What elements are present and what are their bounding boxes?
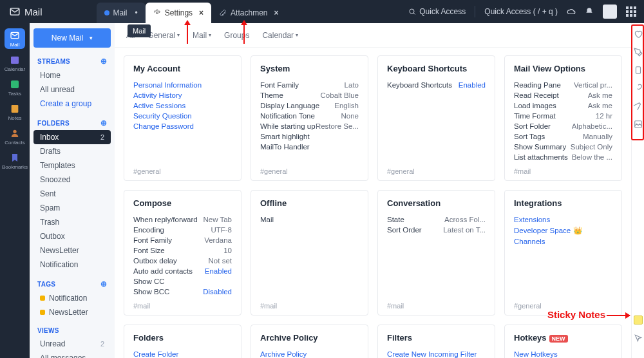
new-mail-button[interactable]: New Mail▾ [33, 28, 111, 48]
avatar[interactable] [603, 5, 617, 19]
card-link[interactable]: New Hotkeys [514, 349, 612, 358]
brush-icon[interactable] [634, 102, 643, 111]
add-stream-icon[interactable]: ⊕ [100, 57, 107, 66]
setting-row[interactable]: Notification ToneNone [260, 111, 359, 121]
rail-mail[interactable]: Mail [5, 28, 25, 49]
sidebar-tag-newsletter[interactable]: NewsLetter [33, 305, 111, 319]
setting-row[interactable]: Auto add contactsEnabled [133, 266, 232, 276]
settings-card[interactable]: Mail View OptionsReading PaneVertical pr… [504, 55, 622, 181]
setting-row[interactable]: Read ReceiptAsk me [514, 90, 612, 100]
card-link[interactable]: Active Sessions [133, 100, 232, 111]
subnav-general[interactable]: General▾ [147, 31, 180, 40]
sidebar-tag-notification[interactable]: Notification [33, 291, 111, 305]
sidebar-item-templates[interactable]: Templates [33, 158, 111, 173]
setting-row[interactable]: When reply/forwardNew Tab [133, 214, 232, 225]
sidebar-item-outbox[interactable]: Outbox [33, 229, 111, 243]
subnav-calendar[interactable]: Calendar▾ [262, 31, 298, 40]
rail-notes[interactable]: Notes [5, 102, 25, 122]
setting-row[interactable]: Mail [260, 214, 359, 225]
setting-row[interactable]: ThemeCobalt Blue [260, 90, 359, 100]
rail-contacts[interactable]: Contacts [5, 126, 25, 147]
setting-row[interactable]: Sort OrderLatest on T... [387, 225, 486, 235]
settings-card[interactable]: OfflineMail#mail [251, 190, 368, 316]
card-link[interactable]: Create Folder [133, 349, 232, 358]
sidebar-item-drafts[interactable]: Drafts [33, 144, 111, 158]
setting-row[interactable]: Load imagesAsk me [514, 100, 612, 111]
tab-settings[interactable]: Settings × [146, 3, 211, 23]
sticky-note-icon[interactable] [634, 316, 643, 325]
card-link[interactable]: Security Question [133, 111, 232, 121]
cloud-icon[interactable] [567, 7, 576, 16]
setting-row[interactable]: While starting upRestore Se... [260, 121, 359, 131]
setting-row[interactable]: Sort TagsManually [514, 131, 612, 142]
card-link[interactable]: Create New Incoming Filter [387, 349, 486, 358]
sidebar-item-home[interactable]: Home [33, 68, 111, 82]
sidebar-item-spam[interactable]: Spam [33, 201, 111, 215]
close-icon[interactable]: × [274, 8, 278, 17]
pen-icon[interactable] [634, 48, 643, 57]
settings-card[interactable]: SystemFont FamilyLatoThemeCobalt BlueDis… [251, 55, 368, 181]
settings-card[interactable]: HotkeysNEWNew Hotkeys#mail [504, 325, 622, 358]
card-link[interactable]: Activity History [133, 90, 232, 100]
setting-row[interactable]: Display LanguageEnglish [260, 100, 359, 111]
setting-row[interactable]: Font FamilyVerdana [133, 235, 232, 245]
settings-card[interactable]: ComposeWhen reply/forwardNew TabEncoding… [124, 190, 242, 316]
settings-card[interactable]: Keyboard ShortcutsKeyboard ShortcutsEnab… [377, 55, 495, 181]
settings-card[interactable]: My AccountPersonal InformationActivity H… [124, 55, 242, 181]
setting-row[interactable]: Sort FolderAlphabetic... [514, 121, 612, 131]
settings-card[interactable]: Archive PolicyArchive Policy#mail [251, 325, 368, 358]
tab-mail[interactable]: Mail • [97, 3, 146, 23]
add-tag-icon[interactable]: ⊕ [100, 279, 107, 288]
rail-bookmarks[interactable]: Bookmarks [5, 151, 25, 171]
card-link[interactable]: Archive Policy [260, 349, 359, 358]
card-link[interactable]: Channels [514, 236, 612, 247]
sidebar-item-newsletter[interactable]: NewsLetter [33, 243, 111, 258]
card-link[interactable]: Personal Information [133, 80, 232, 90]
add-folder-icon[interactable]: ⊕ [100, 118, 107, 127]
setting-row[interactable]: MailTo Handler [260, 142, 359, 152]
settings-card[interactable]: ConversationStateAcross Fol...Sort Order… [377, 190, 495, 316]
link-icon[interactable] [634, 84, 643, 93]
close-icon[interactable]: × [199, 8, 204, 17]
heart-icon[interactable] [634, 30, 643, 39]
subnav-groups[interactable]: Groups [224, 31, 249, 40]
settings-card[interactable]: FiltersCreate New Incoming Filter#mail [377, 325, 495, 358]
sidebar-item-all-unread[interactable]: All unread [33, 82, 111, 97]
quick-access-search[interactable]: Quick Access [408, 7, 466, 16]
sidebar-item-snoozed[interactable]: Snoozed [33, 173, 111, 187]
setting-row[interactable]: Show CC [133, 276, 232, 287]
setting-row[interactable]: Reading PaneVertical pr... [514, 80, 612, 90]
tab-attachments[interactable]: Attachmen × [211, 3, 286, 23]
settings-card[interactable]: FoldersCreate Folder#mail [124, 325, 242, 358]
rail-tasks[interactable]: Tasks [5, 77, 25, 98]
setting-row[interactable]: Show SummarySubject Only [514, 142, 612, 152]
card-link[interactable]: Extensions [514, 214, 612, 225]
setting-row[interactable]: Smart highlight [260, 131, 359, 142]
rail-calendar[interactable]: Calendar [5, 53, 25, 73]
sidebar-item-notification[interactable]: Notification [33, 258, 111, 272]
subnav-mail[interactable]: Mail▾ [193, 31, 211, 40]
card-link[interactable]: Change Password [133, 121, 232, 131]
sidebar-create-group[interactable]: Create a group [33, 97, 111, 111]
setting-row[interactable]: Show BCCDisabled [133, 287, 232, 297]
setting-row[interactable]: Font FamilyLato [260, 80, 359, 90]
bell-icon[interactable] [585, 7, 594, 16]
sidebar-view-unread[interactable]: Unread2 [33, 337, 111, 351]
card-link[interactable]: Developer Space👑 [514, 225, 612, 236]
setting-row[interactable]: EncodingUTF-8 [133, 225, 232, 235]
sidebar-view-all-messages[interactable]: All messages [33, 351, 111, 358]
setting-row[interactable]: Font Size10 [133, 245, 232, 256]
settings-card[interactable]: IntegrationsExtensionsDeveloper Space👑Ch… [504, 190, 622, 316]
cursor-icon[interactable] [634, 334, 643, 343]
sidebar-item-trash[interactable]: Trash [33, 215, 111, 229]
sidebar-item-sent[interactable]: Sent [33, 187, 111, 201]
image-icon[interactable] [634, 120, 643, 129]
setting-row[interactable]: List attachmentsBelow the ... [514, 152, 612, 162]
setting-row[interactable]: Outbox delayNot set [133, 256, 232, 266]
apps-grid-icon[interactable] [626, 6, 636, 17]
setting-row[interactable]: Keyboard ShortcutsEnabled [387, 80, 486, 90]
clipboard-icon[interactable] [634, 66, 643, 75]
setting-row[interactable]: Time Format12 hr [514, 111, 612, 121]
sidebar-item-inbox[interactable]: Inbox2 [33, 130, 111, 144]
setting-row[interactable]: StateAcross Fol... [387, 214, 486, 225]
